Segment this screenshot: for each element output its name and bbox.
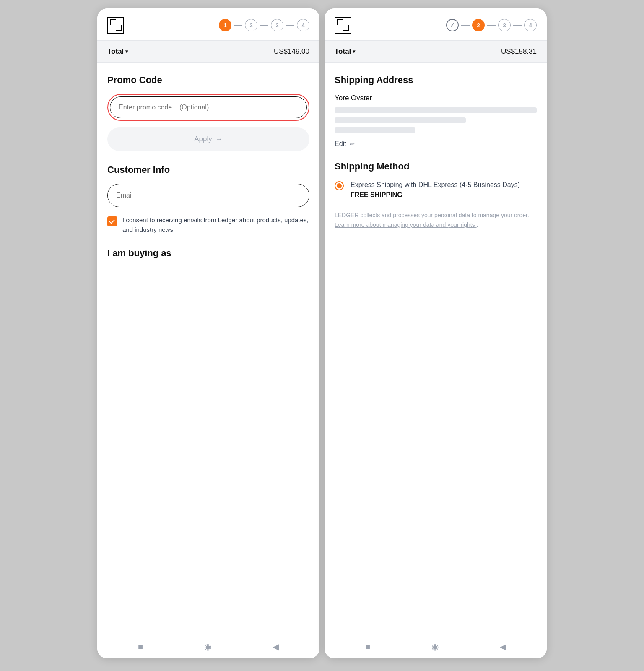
consent-text: I consent to receiving emails from Ledge… [122, 216, 309, 234]
shipping-radio-inner [337, 183, 342, 188]
right-step-indicator: ✓ 2 3 4 [446, 19, 537, 31]
right-step-1: ✓ [446, 19, 459, 31]
left-step-1: 1 [219, 19, 231, 31]
shipping-method-title: Shipping Method [335, 161, 537, 172]
right-nav-stop-icon[interactable]: ■ [365, 642, 370, 652]
email-input[interactable] [107, 184, 309, 207]
right-screen-content: Shipping Address Yore Oyster Edit ✏ Ship… [325, 63, 547, 635]
left-logo-icon [107, 17, 124, 34]
left-step-4: 4 [297, 19, 309, 31]
right-total-amount: US$158.31 [501, 47, 537, 56]
consent-checkbox[interactable] [107, 216, 117, 226]
address-line-1 [335, 107, 537, 113]
left-step-line-2 [260, 25, 268, 26]
edit-row[interactable]: Edit ✏ [335, 140, 537, 148]
left-step-line-3 [286, 25, 294, 26]
right-bottom-nav: ■ ◉ ◀ [325, 635, 547, 658]
shipping-radio-button[interactable] [335, 181, 344, 190]
shipping-name: Express Shipping with DHL Express (4-5 B… [351, 180, 537, 190]
screens-container: 1 2 3 4 Total ▾ US$14 [0, 0, 644, 671]
address-line-2 [335, 117, 466, 123]
consent-row: I consent to receiving emails from Ledge… [107, 216, 309, 234]
privacy-link[interactable]: Learn more about managing your data and … [335, 221, 477, 228]
right-total-label: Total ▾ [335, 47, 355, 56]
right-nav-home-icon[interactable]: ◉ [431, 642, 439, 652]
promo-input-wrapper [107, 94, 309, 121]
address-line-3 [335, 127, 415, 133]
left-step-line-1 [234, 25, 242, 26]
apply-button[interactable]: Apply → [107, 127, 309, 151]
promo-section-title: Promo Code [107, 75, 309, 86]
left-total-label: Total ▾ [107, 47, 128, 56]
right-nav-back-icon[interactable]: ◀ [500, 642, 506, 652]
customer-info-title: Customer Info [107, 164, 309, 175]
left-total-bar[interactable]: Total ▾ US$149.00 [97, 40, 319, 63]
pencil-icon: ✏ [350, 140, 355, 147]
shipping-price: FREE SHIPPING [351, 191, 537, 199]
right-phone-screen: ✓ 2 3 4 Total ▾ US$158.31 [325, 8, 547, 658]
left-header: 1 2 3 4 [97, 8, 319, 40]
edit-label: Edit [335, 140, 346, 148]
right-step-2: 2 [472, 19, 485, 31]
shipping-address-title: Shipping Address [335, 75, 537, 86]
privacy-text-after: . [477, 221, 478, 228]
left-step-indicator: 1 2 3 4 [219, 19, 309, 31]
right-logo-icon [335, 17, 351, 34]
left-step-2: 2 [245, 19, 257, 31]
left-screen-content: Promo Code Apply → Customer Info I conse… [97, 63, 319, 635]
left-nav-home-icon[interactable]: ◉ [204, 642, 211, 652]
privacy-text-before: LEDGER collects and processes your perso… [335, 212, 529, 218]
right-step-line-1 [461, 25, 470, 26]
buying-as-title: I am buying as [107, 248, 309, 259]
left-total-amount: US$149.00 [274, 47, 309, 56]
right-step-line-3 [513, 25, 522, 26]
right-total-chevron: ▾ [353, 49, 355, 55]
right-step-line-2 [487, 25, 496, 26]
left-total-chevron: ▾ [125, 49, 128, 55]
left-nav-stop-icon[interactable]: ■ [138, 642, 143, 652]
shipping-info: Express Shipping with DHL Express (4-5 B… [351, 180, 537, 199]
right-step-3: 3 [498, 19, 511, 31]
right-step-4: 4 [524, 19, 537, 31]
address-name: Yore Oyster [335, 94, 537, 102]
right-total-bar[interactable]: Total ▾ US$158.31 [325, 40, 547, 63]
left-step-3: 3 [271, 19, 283, 31]
shipping-option[interactable]: Express Shipping with DHL Express (4-5 B… [335, 180, 537, 199]
right-header: ✓ 2 3 4 [325, 8, 547, 40]
left-phone-screen: 1 2 3 4 Total ▾ US$14 [97, 8, 319, 658]
privacy-text: LEDGER collects and processes your perso… [335, 211, 537, 229]
promo-code-input[interactable] [110, 96, 307, 118]
left-nav-back-icon[interactable]: ◀ [273, 642, 279, 652]
left-bottom-nav: ■ ◉ ◀ [97, 635, 319, 658]
